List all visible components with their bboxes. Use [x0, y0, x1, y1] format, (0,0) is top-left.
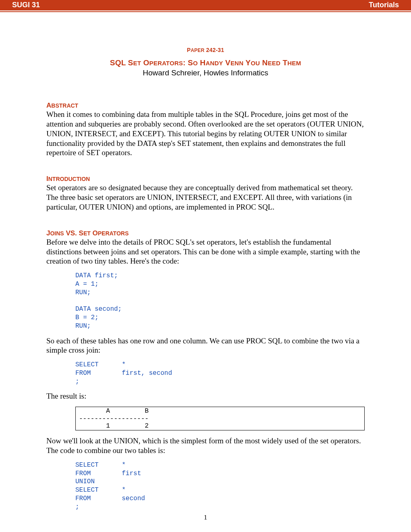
joins-body-1: Before we delve into the details of PROC… — [46, 237, 365, 266]
joins-body-4: Now we'll look at the UNION, which is th… — [46, 436, 365, 455]
joins-body-2: So each of these tables has one row and … — [46, 336, 365, 355]
page: SUGI 31 Tutorials PAPER 242-31 SQL SET O… — [0, 0, 411, 532]
page-number: 1 — [0, 513, 411, 522]
paper-title: SQL SET OPERATORS: SO HANDY VENN YOU NEE… — [46, 58, 365, 68]
joins-body-3: The result is: — [46, 391, 365, 401]
header-right: Tutorials — [369, 0, 399, 10]
code-block-2: SELECT * FROM first, second ; — [75, 361, 365, 386]
code-block-3: SELECT * FROM first UNION SELECT * FROM … — [75, 461, 365, 511]
header-left: SUGI 31 — [12, 0, 40, 10]
result-output-1: A B ------------------ 1 2 — [75, 407, 365, 430]
paper-number: PAPER 242-31 — [46, 47, 365, 54]
content-area: PAPER 242-31 SQL SET OPERATORS: SO HANDY… — [0, 12, 411, 511]
code-block-1: DATA first; A = 1; RUN; DATA second; B =… — [75, 272, 365, 330]
introduction-body: Set operators are so designated because … — [46, 183, 365, 212]
introduction-heading: INTRODUCTION — [46, 175, 365, 183]
author-line: Howard Schreier, Howles Informatics — [46, 68, 365, 78]
abstract-heading: ABSTRACT — [46, 101, 365, 110]
abstract-body: When it comes to combining data from mul… — [46, 110, 365, 158]
joins-heading: JOINS VS. SET OPERATORS — [46, 229, 365, 237]
top-bar: SUGI 31 Tutorials — [0, 0, 411, 10]
